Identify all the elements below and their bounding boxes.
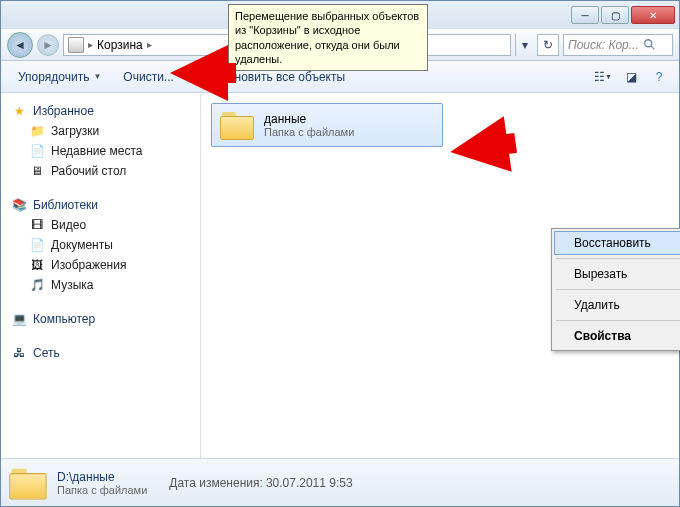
context-cut[interactable]: Вырезать [554, 262, 680, 286]
status-date-value: 30.07.2011 9:53 [266, 476, 353, 490]
sidebar-item-recent[interactable]: 📄Недавние места [1, 141, 200, 161]
minimize-button[interactable]: ─ [571, 6, 599, 24]
body: ★ Избранное 📁Загрузки 📄Недавние места 🖥Р… [1, 93, 679, 458]
folder-icon [220, 110, 256, 140]
sidebar-network[interactable]: 🖧 Сеть [1, 343, 200, 363]
help-button[interactable]: ? [647, 65, 671, 89]
annotation-arrow [446, 116, 511, 180]
status-path: D:\данные [57, 470, 147, 484]
sidebar-item-desktop[interactable]: 🖥Рабочий стол [1, 161, 200, 181]
view-options-button[interactable]: ☷▼ [591, 65, 615, 89]
folder-icon [9, 466, 49, 499]
images-icon: 🖼 [29, 257, 45, 273]
libraries-icon: 📚 [11, 197, 27, 213]
music-icon: 🎵 [29, 277, 45, 293]
computer-icon: 💻 [11, 311, 27, 327]
nav-back-button[interactable]: ◄ [7, 32, 33, 58]
sidebar-libraries[interactable]: 📚 Библиотеки [1, 195, 200, 215]
breadcrumb-location[interactable]: Корзина [97, 38, 143, 52]
sidebar-computer[interactable]: 💻 Компьютер [1, 309, 200, 329]
chevron-right-icon: ▸ [88, 39, 93, 50]
context-properties[interactable]: Свойства [554, 324, 680, 348]
desktop-icon: 🖥 [29, 163, 45, 179]
close-button[interactable]: ✕ [631, 6, 675, 24]
status-date-label: Дата изменения: [169, 476, 263, 490]
annotation-arrow [170, 45, 228, 101]
sidebar: ★ Избранное 📁Загрузки 📄Недавние места 🖥Р… [1, 93, 201, 458]
recent-icon: 📄 [29, 143, 45, 159]
context-restore[interactable]: Восстановить [554, 231, 680, 255]
status-type: Папка с файлами [57, 484, 147, 496]
file-type: Папка с файлами [264, 126, 354, 138]
maximize-button[interactable]: ▢ [601, 6, 629, 24]
sidebar-item-video[interactable]: 🎞Видео [1, 215, 200, 235]
preview-pane-button[interactable]: ◪ [619, 65, 643, 89]
search-placeholder: Поиск: Кор... [568, 38, 639, 52]
recycle-bin-icon [68, 37, 84, 53]
context-menu: Восстановить Вырезать Удалить Свойства [551, 228, 680, 351]
sidebar-item-music[interactable]: 🎵Музыка [1, 275, 200, 295]
chevron-right-icon: ▸ [147, 39, 152, 50]
documents-icon: 📄 [29, 237, 45, 253]
explorer-window: ─ ▢ ✕ ◄ ► ▸ Корзина ▸ ▾ ↻ Поиск: Кор... … [0, 0, 680, 507]
search-icon [643, 38, 657, 52]
file-item-selected[interactable]: данные Папка с файлами [211, 103, 443, 147]
organize-button[interactable]: Упорядочить▼ [9, 65, 110, 89]
separator [556, 289, 680, 290]
separator [556, 258, 680, 259]
sidebar-item-images[interactable]: 🖼Изображения [1, 255, 200, 275]
sidebar-item-downloads[interactable]: 📁Загрузки [1, 121, 200, 141]
tooltip: Перемещение выбранных объектов из "Корзи… [228, 4, 428, 71]
folder-icon: 📁 [29, 123, 45, 139]
svg-point-0 [645, 39, 652, 46]
sidebar-favorites[interactable]: ★ Избранное [1, 101, 200, 121]
content-pane[interactable]: данные Папка с файлами Восстановить Выре… [201, 93, 679, 458]
refresh-button[interactable]: ↻ [537, 34, 559, 56]
video-icon: 🎞 [29, 217, 45, 233]
star-icon: ★ [11, 103, 27, 119]
svg-line-1 [651, 45, 655, 49]
sidebar-item-documents[interactable]: 📄Документы [1, 235, 200, 255]
file-name: данные [264, 112, 354, 126]
network-icon: 🖧 [11, 345, 27, 361]
breadcrumb-dropdown[interactable]: ▾ [515, 34, 533, 56]
status-bar: D:\данные Папка с файлами Дата изменения… [1, 458, 679, 506]
search-input[interactable]: Поиск: Кор... [563, 34, 673, 56]
context-delete[interactable]: Удалить [554, 293, 680, 317]
nav-forward-button[interactable]: ► [37, 34, 59, 56]
separator [556, 320, 680, 321]
